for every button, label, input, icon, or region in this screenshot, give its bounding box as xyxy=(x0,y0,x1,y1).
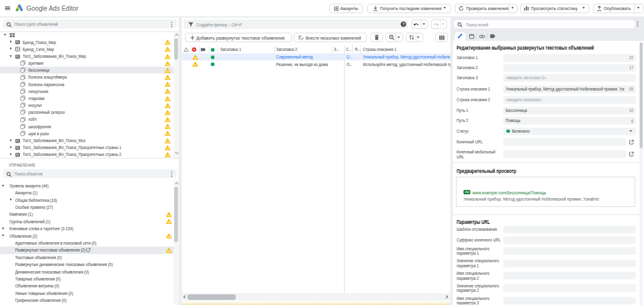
svg-text:?: ? xyxy=(402,22,404,26)
